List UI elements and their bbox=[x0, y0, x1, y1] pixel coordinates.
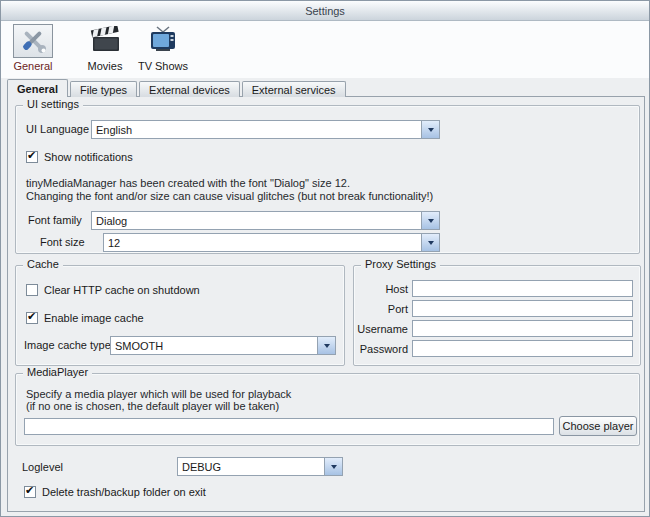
general-tab-panel: UI settings UI Language English Show not… bbox=[7, 96, 645, 512]
settings-toolbar: General Movies bbox=[1, 21, 649, 78]
proxy-port-input[interactable] bbox=[412, 300, 633, 317]
toolbar-label-general: General bbox=[13, 60, 52, 72]
window-title: Settings bbox=[305, 5, 345, 17]
checkbox-box[interactable] bbox=[26, 284, 38, 296]
tools-icon bbox=[18, 25, 48, 57]
chevron-down-icon[interactable] bbox=[324, 458, 342, 475]
ui-settings-group: UI settings UI Language English Show not… bbox=[15, 105, 640, 254]
proxy-host-label: Host bbox=[356, 283, 408, 295]
toolbar-label-tv-shows: TV Shows bbox=[138, 60, 188, 72]
font-note-line2: Changing the font and/or size can cause … bbox=[26, 190, 433, 202]
loglevel-label: Loglevel bbox=[22, 461, 63, 473]
clear-http-cache-label: Clear HTTP cache on shutdown bbox=[44, 284, 200, 296]
loglevel-select[interactable]: DEBUG bbox=[177, 457, 343, 476]
proxy-settings-group: Proxy Settings Host Port Username Passwo… bbox=[353, 265, 641, 366]
clapperboard-icon bbox=[89, 26, 121, 56]
checkbox-box[interactable] bbox=[24, 486, 36, 498]
cache-group: Cache Clear HTTP cache on shutdown Enabl… bbox=[15, 265, 345, 366]
proxy-password-label: Password bbox=[356, 343, 408, 355]
media-player-path-input[interactable] bbox=[24, 418, 554, 435]
toolbar-label-movies: Movies bbox=[88, 60, 123, 72]
chevron-down-icon[interactable] bbox=[421, 121, 439, 138]
chevron-down-icon[interactable] bbox=[421, 212, 439, 229]
tv-shows-icon-button[interactable] bbox=[143, 24, 183, 58]
settings-tabbar: General File types External devices Exte… bbox=[7, 78, 348, 97]
font-family-select[interactable]: Dialog bbox=[91, 211, 440, 230]
image-cache-type-select[interactable]: SMOOTH bbox=[110, 336, 336, 355]
toolbar-item-general[interactable]: General bbox=[7, 24, 59, 72]
checkbox-box[interactable] bbox=[26, 312, 38, 324]
proxy-host-input[interactable] bbox=[412, 280, 633, 297]
font-size-label: Font size bbox=[40, 236, 85, 248]
ui-language-label: UI Language bbox=[26, 123, 89, 135]
font-size-select[interactable]: 12 bbox=[103, 233, 440, 252]
font-note-line1: tinyMediaManager has been created with t… bbox=[26, 177, 350, 189]
font-family-label: Font family bbox=[28, 214, 82, 226]
tab-general[interactable]: General bbox=[7, 79, 68, 97]
mediaplayer-group: MediaPlayer Specify a media player which… bbox=[15, 373, 640, 446]
ui-settings-group-title: UI settings bbox=[23, 98, 83, 110]
delete-trash-checkbox[interactable]: Delete trash/backup folder on exit bbox=[24, 485, 206, 499]
clear-http-cache-checkbox[interactable]: Clear HTTP cache on shutdown bbox=[26, 283, 200, 297]
settings-window: Settings General bbox=[0, 0, 650, 517]
image-cache-type-label: Image cache type bbox=[24, 339, 111, 351]
enable-image-cache-checkbox[interactable]: Enable image cache bbox=[26, 311, 144, 325]
toolbar-item-tv-shows[interactable]: TV Shows bbox=[135, 24, 191, 72]
tab-external-devices[interactable]: External devices bbox=[139, 81, 240, 97]
window-titlebar[interactable]: Settings bbox=[1, 1, 649, 21]
cache-group-title: Cache bbox=[23, 258, 63, 270]
proxy-port-label: Port bbox=[356, 303, 408, 315]
show-notifications-checkbox[interactable]: Show notifications bbox=[26, 150, 133, 164]
movies-icon-button[interactable] bbox=[85, 24, 125, 58]
mediaplayer-group-title: MediaPlayer bbox=[23, 366, 92, 378]
chevron-down-icon[interactable] bbox=[317, 337, 335, 354]
enable-image-cache-label: Enable image cache bbox=[44, 312, 144, 324]
tab-file-types[interactable]: File types bbox=[70, 81, 137, 97]
choose-player-button[interactable]: Choose player bbox=[559, 416, 637, 436]
toolbar-item-movies[interactable]: Movies bbox=[81, 24, 129, 72]
checkbox-box[interactable] bbox=[26, 151, 38, 163]
proxy-settings-group-title: Proxy Settings bbox=[361, 258, 440, 270]
mediaplayer-note-line1: Specify a media player which will be use… bbox=[26, 388, 291, 400]
general-icon-button[interactable] bbox=[13, 24, 53, 58]
tab-external-services[interactable]: External services bbox=[242, 81, 346, 97]
ui-language-select[interactable]: English bbox=[91, 120, 440, 139]
tv-icon bbox=[148, 26, 178, 56]
proxy-username-label: Username bbox=[356, 323, 408, 335]
chevron-down-icon[interactable] bbox=[421, 234, 439, 251]
proxy-username-input[interactable] bbox=[412, 320, 633, 337]
mediaplayer-note-line2: (if no one is chosen, the default player… bbox=[26, 400, 279, 412]
delete-trash-label: Delete trash/backup folder on exit bbox=[42, 486, 206, 498]
show-notifications-label: Show notifications bbox=[44, 151, 133, 163]
proxy-password-input[interactable] bbox=[412, 340, 633, 357]
